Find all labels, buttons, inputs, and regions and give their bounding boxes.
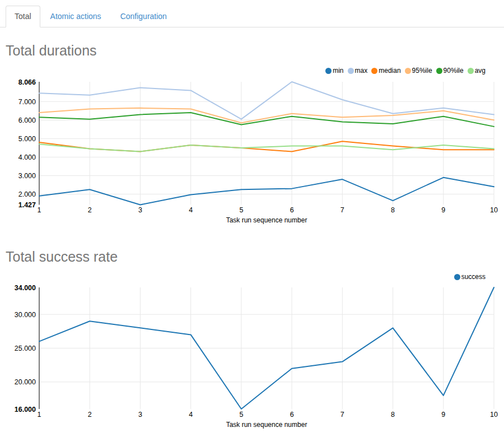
durations-legend: minmaxmedian95%ile90%ileavg bbox=[0, 66, 486, 76]
x-axis-title: Task run sequence number bbox=[226, 421, 307, 429]
svg-text:2: 2 bbox=[88, 206, 92, 214]
legend-item-95ile[interactable]: 95%ile bbox=[405, 67, 432, 75]
durations-chart[interactable]: 8.0667.0006.0005.0004.0003.0002.0001.427… bbox=[0, 76, 504, 228]
svg-text:5: 5 bbox=[239, 206, 243, 214]
x-axis-labels: 12345678910 bbox=[38, 411, 498, 419]
svg-text:2.000: 2.000 bbox=[18, 190, 36, 198]
svg-text:16.000: 16.000 bbox=[15, 406, 36, 413]
svg-text:25.000: 25.000 bbox=[15, 345, 36, 352]
legend-item-label: success bbox=[461, 273, 486, 281]
legend-item-label: 95%ile bbox=[412, 67, 432, 75]
success-rate-chart-title: Total success rate bbox=[6, 249, 504, 264]
legend-dot-icon bbox=[348, 68, 354, 74]
tab-atomic-actions[interactable]: Atomic actions bbox=[41, 6, 110, 27]
legend-item-max[interactable]: max bbox=[348, 67, 368, 75]
legend-item-success[interactable]: success bbox=[454, 273, 486, 281]
svg-text:4: 4 bbox=[189, 411, 193, 419]
legend-item-90ile[interactable]: 90%ile bbox=[436, 67, 464, 75]
svg-text:7.000: 7.000 bbox=[18, 98, 36, 106]
x-axis-title: Task run sequence number bbox=[226, 216, 307, 224]
legend-dot-icon bbox=[468, 68, 474, 74]
legend-dot-icon bbox=[405, 68, 411, 74]
x-axis-labels: 12345678910 bbox=[38, 206, 498, 214]
svg-text:10: 10 bbox=[490, 411, 498, 419]
legend-item-label: min bbox=[333, 67, 343, 75]
svg-text:6: 6 bbox=[290, 411, 294, 419]
svg-text:3: 3 bbox=[138, 411, 142, 419]
legend-item-avg[interactable]: avg bbox=[468, 67, 486, 75]
legend-item-label: max bbox=[355, 67, 368, 75]
legend-dot-icon bbox=[325, 68, 332, 74]
legend-dot-icon bbox=[454, 274, 460, 280]
durations-chart-title: Total durations bbox=[6, 43, 504, 58]
series-line-min bbox=[39, 178, 494, 205]
svg-text:20.000: 20.000 bbox=[15, 378, 36, 386]
legend-dot-icon bbox=[371, 68, 377, 74]
series-line-max bbox=[39, 82, 494, 119]
svg-text:7: 7 bbox=[340, 411, 344, 419]
tab-total[interactable]: Total bbox=[6, 6, 40, 27]
legend-item-label: median bbox=[379, 67, 400, 75]
svg-text:1.427: 1.427 bbox=[18, 201, 36, 209]
svg-text:7: 7 bbox=[340, 206, 344, 214]
tab-configuration[interactable]: Configuration bbox=[111, 6, 176, 27]
report-tab-bar: Total Atomic actions Configuration bbox=[0, 6, 504, 27]
svg-text:1: 1 bbox=[38, 206, 41, 214]
svg-text:34.000: 34.000 bbox=[15, 284, 36, 292]
svg-text:5: 5 bbox=[239, 411, 243, 419]
svg-text:6: 6 bbox=[290, 206, 294, 214]
svg-text:9: 9 bbox=[441, 411, 445, 419]
y-axis-labels: 34.00030.00025.00020.00016.000 bbox=[15, 284, 36, 413]
y-axis-labels: 8.0667.0006.0005.0004.0003.0002.0001.427 bbox=[18, 78, 36, 210]
svg-text:8: 8 bbox=[391, 206, 395, 214]
svg-text:2: 2 bbox=[88, 411, 92, 419]
svg-text:8.066: 8.066 bbox=[18, 78, 36, 86]
svg-text:6.000: 6.000 bbox=[18, 117, 36, 124]
legend-item-median[interactable]: median bbox=[371, 67, 400, 75]
legend-item-label: 90%ile bbox=[444, 67, 464, 75]
legend-dot-icon bbox=[436, 68, 442, 74]
svg-text:9: 9 bbox=[441, 206, 445, 214]
legend-item-label: avg bbox=[475, 67, 486, 75]
svg-text:3: 3 bbox=[138, 206, 142, 214]
success-legend: success bbox=[0, 272, 486, 282]
svg-text:4.000: 4.000 bbox=[18, 154, 36, 161]
legend-item-min[interactable]: min bbox=[325, 67, 343, 75]
svg-text:30.000: 30.000 bbox=[15, 311, 36, 319]
series-line-90ile bbox=[39, 113, 494, 127]
svg-text:3.000: 3.000 bbox=[18, 172, 36, 180]
svg-text:1: 1 bbox=[38, 411, 41, 419]
svg-text:4: 4 bbox=[189, 206, 193, 214]
svg-text:10: 10 bbox=[490, 206, 498, 214]
svg-text:8: 8 bbox=[391, 411, 395, 419]
success-rate-chart[interactable]: 34.00030.00025.00020.00016.0001234567891… bbox=[0, 282, 504, 432]
svg-text:5.000: 5.000 bbox=[18, 135, 36, 143]
